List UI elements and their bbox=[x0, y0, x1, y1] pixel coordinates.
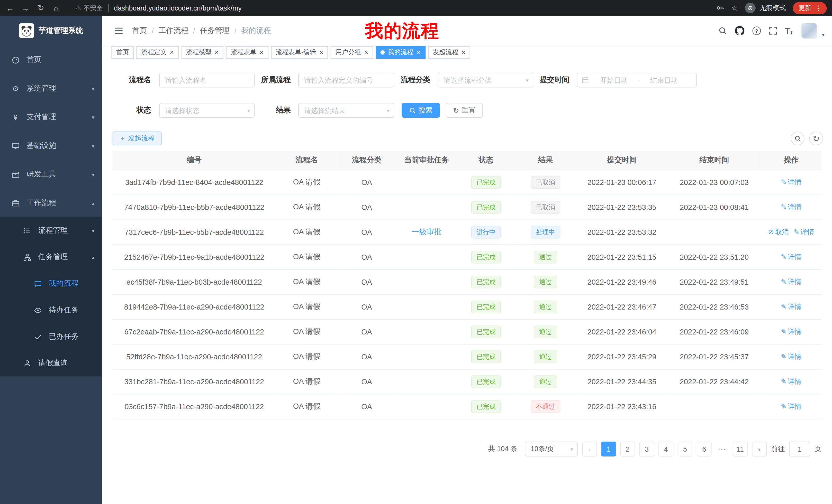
sidebar-item-payment[interactable]: ¥ 支付管理 ▾ bbox=[0, 103, 102, 131]
browser-menu-icon[interactable]: ⋮ bbox=[815, 4, 822, 12]
font-size-icon[interactable]: TT bbox=[785, 26, 794, 35]
close-icon[interactable]: × bbox=[364, 49, 368, 56]
refresh-table-button[interactable]: ↻ bbox=[809, 132, 823, 145]
page-button[interactable]: 3 bbox=[640, 442, 654, 456]
browser-reload-button[interactable]: ↻ bbox=[35, 3, 46, 13]
close-icon[interactable]: × bbox=[319, 49, 323, 56]
help-icon[interactable]: ? bbox=[752, 26, 761, 35]
page-button[interactable]: 5 bbox=[677, 442, 693, 456]
toggle-search-button[interactable] bbox=[790, 132, 805, 145]
tab-user-group[interactable]: 用户分组× bbox=[331, 46, 373, 59]
address-bar[interactable]: ⚠ 不安全 dashboard.yudao.iocoder.cn/bpm/tas… bbox=[75, 3, 242, 12]
detail-link[interactable]: ✎详情 bbox=[781, 401, 801, 411]
browser-forward-button[interactable]: → bbox=[20, 3, 31, 13]
password-key-icon[interactable] bbox=[716, 4, 725, 12]
reset-button[interactable]: ↻ 重置 bbox=[446, 103, 483, 118]
tab-home[interactable]: 首页 bbox=[111, 46, 134, 59]
sidebar-item-my-process[interactable]: 我的流程 bbox=[0, 271, 102, 297]
close-icon[interactable]: × bbox=[462, 49, 466, 56]
breadcrumb-workflow[interactable]: 工作流程 bbox=[159, 26, 188, 35]
avatar-caret-icon[interactable]: ▾ bbox=[822, 32, 825, 37]
end-date-input[interactable] bbox=[641, 76, 687, 84]
sidebar-item-infrastructure[interactable]: 基础设施 ▾ bbox=[0, 132, 102, 160]
tab-process-form[interactable]: 流程表单× bbox=[226, 46, 268, 59]
cell-status: 已完成 bbox=[458, 269, 515, 294]
sidebar-item-workflow[interactable]: 工作流程 ▴ bbox=[0, 189, 102, 217]
close-icon[interactable]: × bbox=[170, 49, 174, 56]
sidebar-item-todo-tasks[interactable]: 待办任务 bbox=[0, 297, 102, 324]
sidebar-item-task-management[interactable]: 任务管理 ▴ bbox=[0, 244, 102, 270]
sidebar-item-system[interactable]: ⚙ 系统管理 ▾ bbox=[0, 74, 102, 103]
search-icon[interactable] bbox=[718, 26, 727, 35]
sidebar-toggle-icon[interactable] bbox=[114, 25, 124, 36]
page-button[interactable]: 6 bbox=[697, 442, 712, 456]
goto-label: 前往 bbox=[771, 444, 785, 454]
security-label[interactable]: 不安全 bbox=[84, 3, 103, 12]
detail-link[interactable]: ✎详情 bbox=[781, 277, 801, 286]
avatar[interactable] bbox=[801, 23, 817, 39]
refresh-icon: ↻ bbox=[453, 106, 459, 114]
cell-current-task bbox=[396, 269, 458, 294]
sidebar-item-leave-query[interactable]: 请假查询 bbox=[0, 350, 102, 376]
prev-page-button[interactable]: ‹ bbox=[582, 442, 597, 456]
sidebar-logo[interactable]: 芋道管理系统 bbox=[0, 16, 102, 46]
address-divider bbox=[108, 4, 109, 12]
cancel-link[interactable]: ⊘取消 bbox=[768, 227, 789, 236]
breadcrumb-task-management[interactable]: 任务管理 bbox=[200, 26, 230, 35]
create-process-button[interactable]: ＋ 发起流程 bbox=[113, 132, 162, 145]
detail-link[interactable]: ✎详情 bbox=[781, 177, 801, 187]
cell-name: OA 请假 bbox=[276, 319, 337, 344]
detail-link[interactable]: ✎详情 bbox=[781, 327, 801, 336]
page-button[interactable]: 2 bbox=[620, 442, 635, 456]
sidebar-item-home[interactable]: 首页 bbox=[0, 46, 102, 74]
github-icon[interactable] bbox=[735, 26, 744, 35]
cell-current-task bbox=[396, 170, 458, 194]
close-icon[interactable]: × bbox=[215, 49, 219, 56]
detail-link[interactable]: ✎详情 bbox=[781, 202, 801, 212]
page-button[interactable]: 11 bbox=[733, 442, 748, 456]
browser-update-button[interactable]: 更新 ⋮ bbox=[793, 2, 827, 14]
next-page-button[interactable]: › bbox=[752, 442, 767, 456]
list-icon bbox=[22, 226, 32, 235]
page-button[interactable]: 4 bbox=[658, 442, 673, 456]
url-text[interactable]: dashboard.yudao.iocoder.cn/bpm/task/my bbox=[114, 4, 242, 12]
submit-time-range-picker[interactable]: - bbox=[577, 73, 697, 88]
page-button[interactable]: 1 bbox=[601, 442, 616, 456]
close-icon[interactable]: × bbox=[260, 49, 264, 56]
goto-page-input[interactable] bbox=[789, 442, 810, 456]
tab-my-process[interactable]: 我的流程× bbox=[375, 46, 425, 59]
detail-link[interactable]: ✎详情 bbox=[781, 376, 801, 386]
chevron-down-icon: ▾ bbox=[92, 114, 94, 120]
detail-link[interactable]: ✎详情 bbox=[781, 252, 801, 261]
result-select[interactable]: ▾ bbox=[298, 103, 394, 118]
status-select[interactable]: ▾ bbox=[159, 103, 255, 118]
category-select[interactable]: ▾ bbox=[438, 73, 533, 88]
result-badge: 处理中 bbox=[531, 226, 561, 239]
browser-home-button[interactable]: ⌂ bbox=[51, 3, 61, 13]
page-size-select[interactable]: ▾ bbox=[525, 442, 578, 456]
process-definition-input[interactable] bbox=[298, 73, 394, 88]
fullscreen-icon[interactable] bbox=[769, 26, 777, 35]
current-task-link[interactable]: 一级审批 bbox=[412, 227, 442, 235]
tab-process-form-edit[interactable]: 流程表单-编辑× bbox=[271, 46, 328, 59]
start-date-input[interactable] bbox=[591, 76, 636, 84]
process-row: ec45f38f-7b9a-11ec-b03b-acde48001122 OA … bbox=[113, 269, 822, 294]
cell-result: 已取消 bbox=[515, 170, 576, 194]
detail-link[interactable]: ✎详情 bbox=[781, 352, 801, 361]
sidebar-item-devtools[interactable]: 研发工具 ▾ bbox=[0, 160, 102, 189]
bookmark-star-icon[interactable]: ☆ bbox=[731, 4, 738, 12]
detail-link[interactable]: ✎详情 bbox=[781, 302, 801, 311]
tab-process-model[interactable]: 流程模型× bbox=[181, 46, 224, 59]
tab-process-definition[interactable]: 流程定义× bbox=[136, 46, 178, 59]
detail-link[interactable]: ✎详情 bbox=[794, 227, 814, 236]
browser-back-button[interactable]: ← bbox=[5, 3, 16, 13]
more-pages-button[interactable]: ··· bbox=[716, 442, 729, 456]
sidebar-item-done-tasks[interactable]: 已办任务 bbox=[0, 324, 102, 350]
sidebar-item-process-management[interactable]: 流程管理 ▾ bbox=[0, 217, 102, 244]
tab-start-process[interactable]: 发起流程× bbox=[428, 46, 470, 59]
breadcrumb-home[interactable]: 首页 bbox=[132, 26, 147, 35]
process-name-input[interactable] bbox=[159, 73, 255, 88]
close-icon[interactable]: × bbox=[417, 49, 421, 56]
incognito-badge[interactable]: 无痕模式 bbox=[745, 3, 786, 13]
search-button[interactable]: 搜索 bbox=[401, 103, 440, 118]
